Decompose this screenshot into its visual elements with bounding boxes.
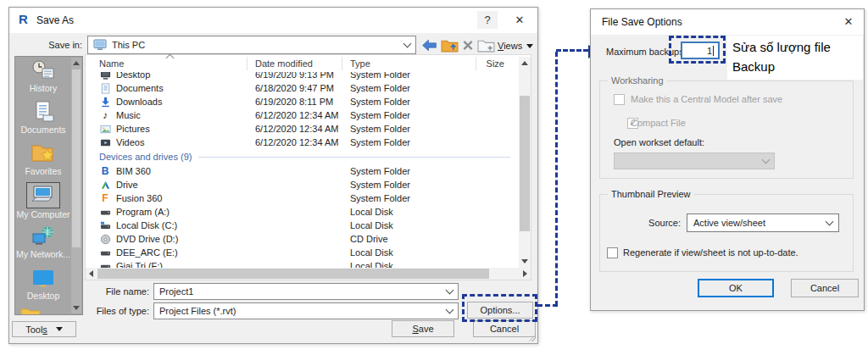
sidebar-scroll-thumb[interactable] — [72, 69, 81, 247]
save-in-label: Save in: — [31, 40, 82, 50]
file-row-downloads[interactable]: Downloads6/19/2020 8:11 PMSystem Folder — [86, 95, 519, 108]
file-name: Pictures — [116, 122, 150, 136]
open-workset-combobox[interactable] — [614, 153, 775, 169]
list-horizontal-scrollbar[interactable] — [86, 268, 531, 280]
sidebar-item-documents[interactable]: Documents — [15, 98, 71, 140]
sidebar-item-desktop[interactable]: Desktop — [15, 264, 71, 306]
column-size[interactable]: Size — [450, 58, 504, 69]
sidebar-item-my-computer[interactable]: My Computer — [15, 181, 71, 223]
scroll-up-icon[interactable] — [73, 61, 80, 65]
fusion360-icon: F — [99, 192, 111, 204]
file-name: BIM 360 — [116, 164, 151, 178]
help-button[interactable]: ? — [477, 11, 498, 29]
regenerate-checkbox[interactable] — [607, 247, 618, 258]
central-model-checkbox[interactable] — [614, 94, 625, 105]
column-name[interactable]: Name — [99, 58, 124, 69]
file-type: CD Drive — [350, 232, 388, 246]
scroll-down-icon[interactable] — [73, 306, 80, 310]
back-arrow-icon[interactable] — [421, 38, 437, 54]
file-row-dvd-drive-d[interactable]: DVD Drive (D:)CD Drive — [86, 232, 519, 246]
downloads-icon — [99, 96, 111, 108]
list-vertical-scrollbar[interactable] — [519, 57, 531, 268]
drive-os-icon — [99, 219, 111, 231]
annotation-note: Sửa số lượng file Backup — [727, 36, 863, 80]
file-list: Name Date modified Type Size Desktop6/19… — [85, 54, 531, 280]
new-folder-icon[interactable] — [477, 38, 495, 54]
backups-highlight-rect — [669, 36, 726, 64]
file-name: DVD Drive (D:) — [116, 232, 178, 246]
file-name-input[interactable]: Project1 — [153, 283, 459, 300]
up-one-level-icon[interactable] — [441, 38, 459, 54]
file-row-music[interactable]: ♪Music6/12/2020 12:34 AMSystem Folder — [86, 108, 519, 122]
save-as-dialog: R Save As ? ✕ Save in: This PC Views His… — [8, 7, 538, 344]
close-icon[interactable]: ✕ — [509, 11, 530, 29]
chevron-down-icon — [446, 306, 454, 314]
pictures-icon — [99, 123, 111, 135]
save-in-combobox[interactable]: This PC — [87, 36, 416, 54]
drive-icon — [99, 260, 111, 268]
sidebar-item-favorites[interactable]: Favorites — [15, 140, 71, 181]
file-name: Fusion 360 — [116, 191, 162, 205]
options-highlight-rect — [462, 294, 537, 322]
file-type: Local Disk — [350, 219, 393, 232]
worksharing-group: Worksharing Make this a Central Model af… — [599, 80, 854, 179]
chevron-down-icon — [446, 286, 454, 295]
column-type[interactable]: Type — [350, 58, 370, 69]
sidebar-item-my-network[interactable]: My Network... — [15, 223, 71, 264]
page: { "colors": { "connector": "#1e3a96", "f… — [0, 0, 868, 355]
delete-icon[interactable] — [462, 40, 474, 53]
file-type: System Folder — [350, 178, 410, 191]
tools-button[interactable]: Tools — [12, 321, 76, 337]
file-date-modified: 6/18/2020 9:47 PM — [255, 81, 334, 95]
file-row-program-a[interactable]: Program (A:)Local Disk — [86, 205, 519, 219]
v-scroll-thumb[interactable] — [520, 96, 530, 231]
file-row-dee-arc-e[interactable]: DEE_ARC (E:)Local Disk — [86, 246, 519, 259]
central-model-label: Make this a Central Model after save — [631, 94, 782, 104]
file-row-giai-tri-f[interactable]: Giai Tri (F:)Local Disk — [86, 259, 519, 268]
save-button[interactable]: Save — [392, 320, 454, 337]
sidebar-scrollbar[interactable] — [71, 58, 81, 313]
compact-file-label: Compact File — [631, 118, 686, 128]
connector-segment — [556, 49, 588, 52]
sb-desktop-icon — [31, 266, 55, 289]
chevron-down-icon — [762, 156, 771, 164]
views-button[interactable]: Views — [498, 41, 522, 51]
worksharing-title: Worksharing — [608, 75, 667, 86]
resize-grip[interactable] — [528, 334, 536, 341]
file-name: Downloads — [116, 95, 162, 108]
sidebar-item-history[interactable]: History — [15, 57, 71, 98]
file-name: DEE_ARC (E:) — [116, 246, 178, 259]
sidebar-item-label: My Computer — [16, 209, 70, 219]
column-date-modified[interactable]: Date modified — [255, 58, 313, 69]
file-row-drive[interactable]: DriveSystem Folder — [86, 178, 519, 191]
file-row-documents[interactable]: Documents6/18/2020 9:47 PMSystem Folder — [86, 81, 519, 95]
dvd-icon — [99, 233, 111, 245]
group-header[interactable]: Devices and drives (9) — [86, 149, 519, 164]
cancel-button[interactable]: Cancel — [473, 320, 536, 337]
adrive-icon — [99, 179, 111, 191]
file-row-videos[interactable]: Videos6/12/2020 12:34 AMSystem Folder — [86, 136, 519, 149]
source-combobox[interactable]: Active view/sheet — [687, 214, 839, 232]
file-type: System Folder — [350, 136, 410, 149]
files-of-type-combobox[interactable]: Project Files (*.rvt) — [153, 302, 459, 319]
file-name: Desktop — [116, 72, 150, 81]
sidebar-item-label: Documents — [20, 125, 65, 135]
views-dropdown-icon[interactable] — [526, 44, 533, 48]
close-icon[interactable]: ✕ — [838, 13, 859, 31]
save-in-value: This PC — [112, 40, 145, 50]
bim360-icon: B — [99, 165, 111, 177]
fso-cancel-button[interactable]: Cancel — [791, 279, 859, 297]
h-scroll-thumb[interactable] — [97, 269, 489, 279]
my-computer-icon — [27, 183, 59, 208]
file-row-pictures[interactable]: Pictures6/12/2020 12:34 AMSystem Folder — [86, 122, 519, 136]
revit-logo-icon: R — [19, 14, 28, 25]
places-sidebar: HistoryDocumentsFavoritesMy ComputerMy N… — [14, 56, 83, 315]
source-label: Source: — [621, 218, 681, 228]
file-row-local-disk-c[interactable]: Local Disk (C:)Local Disk — [86, 219, 519, 232]
sidebar-item-label: Desktop — [27, 291, 60, 301]
file-row-fusion-360[interactable]: FFusion 360System Folder — [86, 191, 519, 205]
fso-titlebar: File Save Options ✕ — [591, 9, 864, 35]
ok-button[interactable]: OK — [698, 279, 774, 297]
file-row-bim-360[interactable]: BBIM 360System Folder — [86, 164, 519, 178]
file-row-desktop[interactable]: Desktop6/19/2020 9:13 PMSystem Folder — [86, 72, 519, 81]
